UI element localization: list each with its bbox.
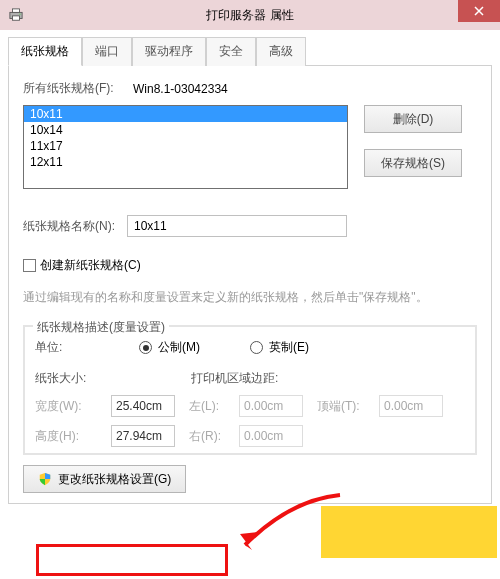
svg-rect-2 bbox=[13, 16, 20, 20]
window-title: 打印服务器 属性 bbox=[206, 7, 293, 24]
delete-button[interactable]: 删除(D) bbox=[364, 105, 462, 133]
measurements-fieldset: 纸张规格描述(度量设置) 单位: 公制(M) 英制(E) 纸张大小: 打印机区域… bbox=[23, 325, 477, 455]
radio-imperial[interactable] bbox=[250, 341, 263, 354]
right-input[interactable] bbox=[239, 425, 303, 447]
list-item[interactable]: 11x17 bbox=[24, 138, 347, 154]
tab-advanced[interactable]: 高级 bbox=[256, 37, 306, 66]
unit-label: 单位: bbox=[35, 339, 89, 356]
right-label: 右(R): bbox=[189, 428, 235, 445]
shield-icon bbox=[38, 472, 52, 486]
paper-size-header: 纸张大小: bbox=[35, 370, 191, 387]
hint-text: 通过编辑现有的名称和度量设置来定义新的纸张规格，然后单击"保存规格"。 bbox=[23, 288, 477, 307]
create-new-label: 创建新纸张规格(C) bbox=[40, 257, 141, 274]
top-input[interactable] bbox=[379, 395, 443, 417]
radio-metric-label: 公制(M) bbox=[158, 339, 200, 356]
change-button-label: 更改纸张规格设置(G) bbox=[58, 471, 171, 488]
height-input[interactable] bbox=[111, 425, 175, 447]
left-input[interactable] bbox=[239, 395, 303, 417]
tab-security[interactable]: 安全 bbox=[206, 37, 256, 66]
forms-listbox[interactable]: 10x11 10x14 11x17 12x11 bbox=[23, 105, 348, 189]
tabstrip: 纸张规格 端口 驱动程序 安全 高级 bbox=[8, 36, 492, 66]
radio-imperial-label: 英制(E) bbox=[269, 339, 309, 356]
margin-header: 打印机区域边距: bbox=[191, 370, 278, 387]
fieldset-legend: 纸张规格描述(度量设置) bbox=[33, 319, 169, 336]
width-label: 宽度(W): bbox=[35, 398, 107, 415]
height-label: 高度(H): bbox=[35, 428, 107, 445]
form-name-label: 纸张规格名称(N): bbox=[23, 218, 115, 235]
width-input[interactable] bbox=[111, 395, 175, 417]
forms-label: 所有纸张规格(F): bbox=[23, 80, 133, 97]
save-form-button[interactable]: 保存规格(S) bbox=[364, 149, 462, 177]
svg-rect-1 bbox=[13, 9, 20, 13]
close-button[interactable] bbox=[458, 0, 500, 22]
radio-metric[interactable] bbox=[139, 341, 152, 354]
tab-forms[interactable]: 纸张规格 bbox=[8, 37, 82, 66]
list-item[interactable]: 10x14 bbox=[24, 122, 347, 138]
list-item[interactable]: 10x11 bbox=[24, 106, 347, 122]
close-icon bbox=[474, 6, 484, 16]
top-label: 顶端(T): bbox=[317, 398, 375, 415]
tab-ports[interactable]: 端口 bbox=[82, 37, 132, 66]
form-name-input[interactable] bbox=[127, 215, 347, 237]
list-item[interactable]: 12x11 bbox=[24, 154, 347, 170]
svg-point-3 bbox=[19, 13, 20, 14]
titlebar: 打印服务器 属性 bbox=[0, 0, 500, 30]
tab-drivers[interactable]: 驱动程序 bbox=[132, 37, 206, 66]
dialog-body: 纸张规格 端口 驱动程序 安全 高级 所有纸张规格(F): Win8.1-030… bbox=[0, 36, 500, 512]
server-name: Win8.1-03042334 bbox=[133, 82, 228, 96]
left-label: 左(L): bbox=[189, 398, 235, 415]
create-new-checkbox[interactable] bbox=[23, 259, 36, 272]
annotation-overlay bbox=[321, 506, 497, 558]
annotation-highlight bbox=[36, 544, 228, 576]
change-form-settings-button[interactable]: 更改纸张规格设置(G) bbox=[23, 465, 186, 493]
tab-panel: 所有纸张规格(F): Win8.1-03042334 10x11 10x14 1… bbox=[8, 66, 492, 504]
printer-icon bbox=[8, 8, 24, 22]
